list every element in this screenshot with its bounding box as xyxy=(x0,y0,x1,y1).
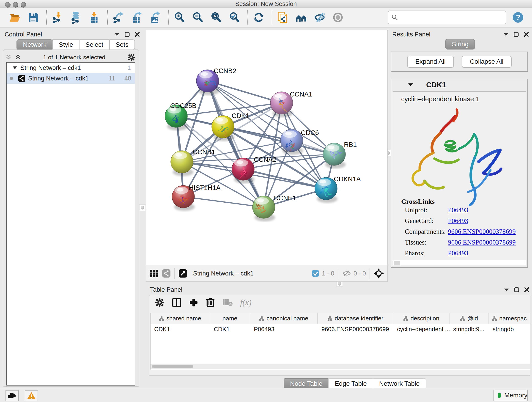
open-session-icon[interactable] xyxy=(8,11,22,24)
import-table-file-icon[interactable] xyxy=(88,11,101,24)
collapse-all-icon[interactable] xyxy=(6,55,12,60)
network-options-gear-icon[interactable] xyxy=(127,53,135,61)
results-tab-string[interactable]: String xyxy=(445,39,475,50)
node-label-CCNB1: CCNB1 xyxy=(193,148,215,156)
node-label-CDKN1A: CDKN1A xyxy=(334,175,361,183)
help-button[interactable]: ? xyxy=(513,12,523,23)
panel-float-icon[interactable] xyxy=(114,32,120,36)
cloud-button[interactable] xyxy=(6,390,19,401)
zoom-out-icon[interactable] xyxy=(191,11,204,24)
refresh-network-icon[interactable] xyxy=(252,11,265,24)
table-panel-title: Table Panel xyxy=(150,286,182,293)
panel-maximize-icon[interactable] xyxy=(514,32,519,37)
warning-button[interactable] xyxy=(25,390,38,401)
import-network-file-icon[interactable] xyxy=(51,11,64,24)
panel-maximize-icon[interactable] xyxy=(125,32,130,37)
statusbar: Memory xyxy=(0,388,532,402)
network-collection-row[interactable]: String Network – cdk1 1 xyxy=(7,63,135,73)
collection-count: 1 xyxy=(127,64,131,71)
tree-expander-icon[interactable] xyxy=(13,66,17,70)
create-column-plus-icon[interactable] xyxy=(189,298,198,307)
save-session-icon[interactable] xyxy=(27,11,40,24)
toolbar-separator xyxy=(107,10,108,25)
memory-button[interactable]: Memory xyxy=(493,390,528,401)
panel-close-icon[interactable] xyxy=(524,32,529,37)
control-panel-titlebar: Control Panel xyxy=(5,30,140,38)
table-cell[interactable]: 9606.ENSP00000378699 xyxy=(318,324,393,334)
column-header-canonical-name[interactable]: canonical name xyxy=(250,313,318,324)
search-field[interactable] xyxy=(388,11,506,24)
tab-sets[interactable]: Sets xyxy=(109,39,135,50)
inspector-eye-icon[interactable] xyxy=(331,11,345,24)
expand-all-icon[interactable] xyxy=(15,55,21,60)
selected-checkbox-icon[interactable] xyxy=(312,270,319,277)
tab-select[interactable]: Select xyxy=(79,39,110,50)
detach-view-icon[interactable] xyxy=(178,269,187,278)
panel-float-icon[interactable] xyxy=(503,32,509,36)
column-header-shared-name[interactable]: shared name xyxy=(151,313,210,324)
toolbar-separator xyxy=(46,10,47,25)
results-entry-header[interactable]: CDK1 xyxy=(391,79,527,90)
tab-network-table[interactable]: Network Table xyxy=(373,378,426,389)
table-cell[interactable]: stringdb:9... xyxy=(450,324,489,334)
crosslink-link[interactable]: P06493 xyxy=(448,206,468,214)
tab-edge-table[interactable]: Edge Table xyxy=(328,378,373,389)
delete-column-trash-icon[interactable] xyxy=(206,298,215,307)
export-image-icon[interactable] xyxy=(148,11,162,24)
import-network-database-icon[interactable] xyxy=(69,11,82,24)
scrollbar-thumb[interactable] xyxy=(152,365,193,368)
table-cell[interactable]: P06493 xyxy=(250,324,318,334)
cloud-icon xyxy=(7,392,17,399)
crosslink-link[interactable]: 9606.ENSP00000378699 xyxy=(448,239,516,246)
panel-maximize-icon[interactable] xyxy=(514,287,519,292)
network-canvas[interactable]: CCNB2CCNA1CDC25BCDK1CDC6RB1CCNB1CCNA2CDK… xyxy=(146,30,388,265)
network-view-icon[interactable] xyxy=(162,269,171,278)
edge-HIST1H1A-CCNE1[interactable] xyxy=(183,197,264,207)
table-hscrollbar[interactable] xyxy=(151,364,530,369)
collection-name: String Network – cdk1 xyxy=(20,64,81,71)
table-cell[interactable]: CDK1 xyxy=(151,324,210,334)
memory-status-dot xyxy=(498,393,501,398)
export-table-icon[interactable] xyxy=(130,11,143,24)
vertical-splitter-handle[interactable] xyxy=(139,204,146,211)
panel-close-icon[interactable] xyxy=(524,287,529,292)
crosslink-link[interactable]: P06493 xyxy=(448,217,468,225)
expand-all-button[interactable]: Expand All xyxy=(407,56,454,68)
entry-expander-icon[interactable] xyxy=(408,83,413,87)
selected-counts: 1 - 0 xyxy=(322,270,334,277)
results-hscrollbar[interactable] xyxy=(393,260,526,265)
table-options-gear-icon[interactable] xyxy=(155,298,165,307)
zoom-in-icon[interactable] xyxy=(173,11,186,24)
table-row[interactable]: CDK1CDK1P064939606.ENSP00000378699cyclin… xyxy=(151,324,530,334)
tab-network[interactable]: Network xyxy=(17,39,53,50)
export-network-icon[interactable] xyxy=(112,11,125,24)
cytoscape-window: Session: New Session xyxy=(0,0,532,402)
network-home-icon[interactable] xyxy=(295,11,308,24)
zoom-fit-icon[interactable] xyxy=(209,11,223,24)
tab-node-table[interactable]: Node Table xyxy=(284,378,329,389)
tab-style[interactable]: Style xyxy=(52,39,80,50)
column-header-@id[interactable]: @id xyxy=(450,313,489,324)
show-columns-icon[interactable] xyxy=(172,298,181,307)
node-table[interactable]: shared namenamecanonical namedatabase id… xyxy=(150,313,530,370)
grid-view-icon[interactable] xyxy=(150,269,158,278)
panel-float-icon[interactable] xyxy=(504,288,509,292)
network-graph[interactable]: CCNB2CCNA1CDC25BCDK1CDC6RB1CCNB1CCNA2CDK… xyxy=(146,30,387,265)
search-input[interactable] xyxy=(398,14,495,21)
table-cell[interactable]: cyclin–dependent ... xyxy=(393,324,450,334)
fit-center-crosshair-icon[interactable] xyxy=(374,268,384,279)
column-header-database-identifier[interactable]: database identifier xyxy=(318,313,393,324)
panel-close-icon[interactable] xyxy=(135,32,140,37)
column-header-description[interactable]: description xyxy=(393,313,450,324)
string-import-icon[interactable] xyxy=(276,11,290,24)
crosslink-link[interactable]: P06493 xyxy=(448,249,468,257)
network-row[interactable]: String Network – cdk1 11 48 xyxy=(7,73,135,84)
zoom-selected-icon[interactable] xyxy=(228,11,241,24)
column-header-namespac[interactable]: namespac xyxy=(489,313,530,324)
column-header-name[interactable]: name xyxy=(210,313,250,324)
crosslink-link[interactable]: 9606.ENSP00000378699 xyxy=(448,228,516,235)
table-cell[interactable]: CDK1 xyxy=(210,324,250,334)
show-hide-graphics-icon[interactable] xyxy=(313,11,326,24)
collapse-all-button[interactable]: Collapse All xyxy=(462,56,512,68)
table-cell[interactable]: stringdb xyxy=(489,324,530,334)
